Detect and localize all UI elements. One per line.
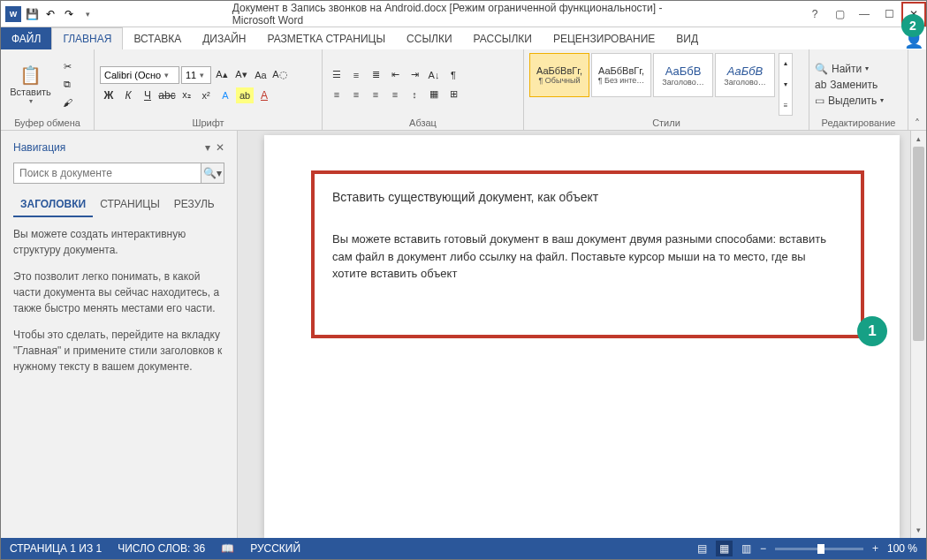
view-read-icon[interactable]: ▤ (697, 542, 707, 555)
style-name: ¶ Обычный (538, 76, 580, 85)
view-print-icon[interactable]: ▦ (716, 541, 733, 556)
numbering-icon[interactable]: ≡ (347, 67, 365, 83)
document-page[interactable]: Вставить существующий документ, как объе… (264, 135, 900, 538)
collapse-ribbon-icon[interactable]: ˄ (908, 49, 926, 130)
show-marks-icon[interactable]: ¶ (445, 67, 462, 83)
tab-references[interactable]: ССЫЛКИ (396, 27, 462, 49)
search-input[interactable] (13, 163, 201, 184)
bullets-icon[interactable]: ☰ (328, 67, 346, 83)
tab-file[interactable]: ФАЙЛ (1, 27, 51, 49)
decrease-indent-icon[interactable]: ⇤ (386, 67, 404, 83)
nav-menu-icon[interactable]: ▾ (205, 141, 210, 154)
grow-font-icon[interactable]: A▴ (213, 67, 231, 83)
nav-tab-headings[interactable]: ЗАГОЛОВКИ (13, 193, 93, 217)
shading-icon[interactable]: ▦ (425, 87, 443, 102)
style-name: Заголово… (724, 78, 765, 87)
redo-icon[interactable]: ↷ (61, 6, 77, 22)
tab-review[interactable]: РЕЦЕНЗИРОВАНИЕ (543, 27, 665, 49)
scroll-down-icon[interactable]: ▾ (911, 522, 926, 538)
app-icon: W (5, 6, 21, 22)
scroll-track[interactable] (911, 147, 926, 522)
help-button[interactable]: ? (802, 2, 827, 26)
cut-icon[interactable]: ✂ (58, 59, 76, 75)
minimize-button[interactable]: — (852, 2, 877, 26)
styles-up-icon[interactable]: ▴ (779, 56, 792, 72)
zoom-level[interactable]: 100 % (887, 542, 917, 555)
multilevel-icon[interactable]: ≣ (367, 67, 384, 83)
increase-indent-icon[interactable]: ⇥ (406, 67, 423, 83)
tab-mailings[interactable]: РАССЫЛКИ (463, 27, 543, 49)
group-styles: АаБбВвГг, ¶ Обычный АаБбВвГг, ¶ Без инте… (524, 49, 809, 130)
annotation-badge-2: 2 (901, 14, 924, 37)
superscript-icon[interactable]: x² (197, 87, 215, 103)
align-right-icon[interactable]: ≡ (367, 87, 384, 102)
zoom-slider[interactable] (775, 548, 863, 550)
italic-icon[interactable]: К (119, 87, 137, 103)
highlight-icon[interactable]: ab (236, 87, 254, 103)
replace-icon: ab (815, 79, 826, 91)
tab-insert[interactable]: ВСТАВКА (123, 27, 192, 49)
nav-tab-results[interactable]: РЕЗУЛЬ (167, 193, 222, 217)
status-page[interactable]: СТРАНИЦА 1 ИЗ 1 (10, 542, 102, 555)
justify-icon[interactable]: ≡ (386, 87, 404, 102)
editing-group-label: Редактирование (815, 116, 902, 128)
zoom-thumb[interactable] (817, 544, 824, 554)
change-case-icon[interactable]: Aa (252, 67, 270, 83)
font-size-select[interactable]: 11 (181, 66, 211, 84)
text-effects-icon[interactable]: A (217, 87, 234, 103)
subscript-icon[interactable]: x₂ (178, 87, 195, 103)
status-spellcheck-icon[interactable]: 📖 (221, 542, 234, 555)
status-wordcount[interactable]: ЧИСЛО СЛОВ: 36 (118, 542, 205, 555)
find-button[interactable]: 🔍Найти▾ (815, 61, 902, 77)
style-heading1[interactable]: АаБбВ Заголово… (653, 53, 713, 97)
quick-access-toolbar: W 💾 ↶ ↷ ▾ (1, 6, 95, 22)
group-font: Calibri (Осно 11 A▴ A▾ Aa A◌ Ж К Ч abc x… (95, 49, 323, 130)
doc-heading[interactable]: Вставить существующий документ, как объе… (332, 190, 843, 204)
qat-dropdown-icon[interactable]: ▾ (80, 6, 95, 22)
search-icon[interactable]: 🔍▾ (201, 163, 224, 184)
undo-icon[interactable]: ↶ (42, 6, 58, 22)
select-icon: ▭ (815, 95, 824, 107)
copy-icon[interactable]: ⧉ (58, 77, 76, 93)
bold-icon[interactable]: Ж (100, 87, 118, 103)
scroll-thumb[interactable] (913, 147, 924, 341)
doc-body[interactable]: Вы можете вставить готовый документ в ва… (332, 231, 843, 283)
strikethrough-icon[interactable]: abc (158, 87, 176, 103)
status-language[interactable]: РУССКИЙ (250, 542, 300, 555)
tab-layout[interactable]: РАЗМЕТКА СТРАНИЦЫ (257, 27, 397, 49)
ribbon-display-button[interactable]: ▢ (827, 2, 852, 26)
style-nospacing[interactable]: АаБбВвГг, ¶ Без инте… (591, 53, 651, 97)
nav-close-icon[interactable]: ✕ (216, 141, 224, 154)
line-spacing-icon[interactable]: ↕ (406, 87, 423, 102)
styles-more-icon[interactable]: ≡ (779, 97, 792, 113)
format-painter-icon[interactable]: 🖌 (58, 95, 76, 110)
nav-help-p1: Вы можете создать интерактивную структур… (13, 226, 224, 258)
scroll-up-icon[interactable]: ▴ (911, 131, 926, 147)
style-normal[interactable]: АаБбВвГг, ¶ Обычный (529, 53, 589, 97)
paste-button[interactable]: 📋 Вставить ▾ (6, 53, 55, 116)
font-name-select[interactable]: Calibri (Осно (100, 66, 179, 84)
tab-design[interactable]: ДИЗАЙН (192, 27, 256, 49)
zoom-in-icon[interactable]: + (872, 542, 878, 555)
nav-tab-pages[interactable]: СТРАНИЦЫ (93, 193, 167, 217)
tab-view[interactable]: ВИД (665, 27, 709, 49)
underline-icon[interactable]: Ч (139, 87, 156, 103)
tab-home[interactable]: ГЛАВНАЯ (51, 27, 123, 49)
select-button[interactable]: ▭Выделить▾ (815, 93, 902, 109)
align-center-icon[interactable]: ≡ (347, 87, 365, 102)
align-left-icon[interactable]: ≡ (328, 87, 346, 102)
replace-button[interactable]: abЗаменить (815, 77, 902, 93)
shrink-font-icon[interactable]: A▾ (232, 67, 250, 83)
clear-formatting-icon[interactable]: A◌ (271, 67, 289, 83)
zoom-out-icon[interactable]: − (760, 542, 766, 555)
style-gallery[interactable]: АаБбВвГг, ¶ Обычный АаБбВвГг, ¶ Без инте… (529, 53, 775, 116)
save-icon[interactable]: 💾 (24, 6, 40, 22)
sort-icon[interactable]: A↓ (425, 67, 443, 83)
view-web-icon[interactable]: ▥ (741, 542, 751, 555)
font-color-icon[interactable]: A (255, 87, 273, 103)
maximize-button[interactable]: ☐ (877, 2, 901, 26)
borders-icon[interactable]: ⊞ (445, 87, 462, 102)
styles-down-icon[interactable]: ▾ (779, 76, 792, 92)
vertical-scrollbar[interactable]: ▴ ▾ (910, 131, 926, 538)
style-heading2[interactable]: АаБбВ Заголово… (715, 53, 775, 97)
